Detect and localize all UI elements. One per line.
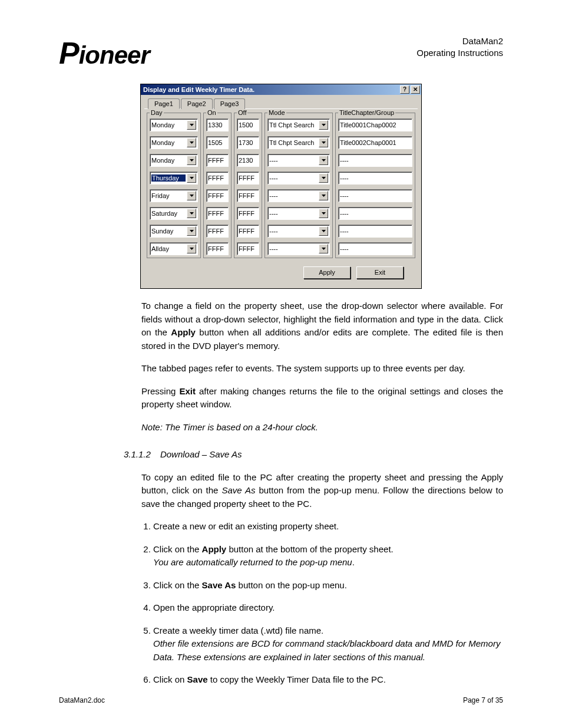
svg-marker-3 — [190, 177, 194, 179]
section-number: 3.1.1.2 — [124, 448, 151, 462]
on-input-2[interactable]: FFFF — [206, 154, 229, 167]
off-input-3[interactable]: FFFF — [237, 172, 259, 185]
chevron-down-icon[interactable] — [187, 120, 196, 130]
step-5: Create a weekly timer data (.wtd) file n… — [153, 624, 503, 664]
chevron-down-icon[interactable] — [319, 120, 328, 130]
day-select-6[interactable]: Sunday — [150, 225, 198, 238]
svg-marker-2 — [190, 159, 194, 162]
exit-button[interactable]: Exit — [356, 266, 404, 279]
on-input-3[interactable]: FFFF — [206, 172, 229, 185]
on-input-7[interactable]: FFFF — [206, 242, 229, 255]
section-heading: 3.1.1.2 Download – Save As — [124, 448, 503, 462]
svg-marker-7 — [190, 248, 194, 250]
columns: Day MondayMondayMondayThursdayFridaySatu… — [144, 109, 418, 258]
tcg-input-7[interactable]: ---- — [338, 242, 412, 255]
timer-dialog: Display and Edit Weekly Timer Data. ? ✕ … — [140, 84, 422, 289]
section-title: Download – Save As — [160, 448, 242, 462]
off-input-2[interactable]: 2130 — [237, 154, 259, 167]
mode-select-7[interactable]: ---- — [267, 242, 330, 255]
svg-marker-10 — [322, 159, 326, 162]
off-input-7[interactable]: FFFF — [237, 242, 259, 255]
titlebar-text: Display and Edit Weekly Timer Data. — [143, 86, 254, 93]
tcg-input-5[interactable]: ---- — [338, 207, 412, 220]
chevron-down-icon[interactable] — [319, 191, 328, 200]
page: Pioneer DataMan2 Operating Instructions … — [0, 0, 562, 728]
col-day-header: Day — [150, 109, 164, 116]
apply-button[interactable]: Apply — [303, 266, 351, 279]
tcg-input-0[interactable]: Title0001Chap0002 — [338, 118, 412, 131]
chevron-down-icon[interactable] — [319, 173, 328, 183]
on-input-5[interactable]: FFFF — [206, 207, 229, 220]
chevron-down-icon[interactable] — [187, 226, 196, 236]
para-1: To change a field on the property sheet,… — [141, 299, 503, 353]
svg-marker-14 — [322, 230, 326, 232]
on-input-1[interactable]: 1505 — [206, 136, 229, 149]
off-input-5[interactable]: FFFF — [237, 207, 259, 220]
mode-select-1[interactable]: Ttl Chpt Search — [267, 136, 330, 149]
day-select-3[interactable]: Thursday — [150, 172, 198, 185]
on-input-0[interactable]: 1330 — [206, 118, 229, 131]
chevron-down-icon[interactable] — [187, 209, 196, 218]
tab-page2[interactable]: Page2 — [181, 98, 213, 109]
tab-page3[interactable]: Page3 — [214, 98, 246, 109]
col-mode: Mode Ttl Chpt SearchTtl Chpt Search-----… — [265, 109, 333, 258]
day-select-0[interactable]: Monday — [150, 118, 198, 131]
doc-title: DataMan2 Operating Instructions — [416, 35, 503, 58]
mode-select-3[interactable]: ---- — [267, 172, 330, 185]
chevron-down-icon[interactable] — [187, 173, 196, 183]
mode-select-4[interactable]: ---- — [267, 189, 330, 202]
col-tcg-header: TitleChapter/Group — [338, 109, 395, 116]
day-select-2[interactable]: Monday — [150, 154, 198, 167]
on-input-4[interactable]: FFFF — [206, 189, 229, 202]
tabs: Page1 Page2 Page3 — [148, 98, 418, 109]
tab-page1[interactable]: Page1 — [148, 98, 180, 109]
tcg-input-4[interactable]: ---- — [338, 189, 412, 202]
col-day: Day MondayMondayMondayThursdayFridaySatu… — [147, 109, 201, 258]
chevron-down-icon[interactable] — [319, 156, 328, 165]
off-input-0[interactable]: 1500 — [237, 118, 259, 131]
chevron-down-icon[interactable] — [187, 138, 196, 147]
chevron-down-icon[interactable] — [319, 244, 328, 253]
para-4: To copy an edited file to the PC after c… — [141, 471, 503, 511]
step-4: Open the appropriate directory. — [153, 601, 503, 615]
chevron-down-icon[interactable] — [187, 191, 196, 200]
svg-marker-15 — [322, 248, 326, 250]
pioneer-logo: Pioneer — [59, 35, 150, 71]
chevron-down-icon[interactable] — [187, 156, 196, 165]
col-off-header: Off — [237, 109, 247, 116]
mode-select-2[interactable]: ---- — [267, 154, 330, 167]
svg-marker-11 — [322, 177, 326, 179]
chevron-down-icon[interactable] — [319, 138, 328, 147]
tcg-input-1[interactable]: Title0002Chap0001 — [338, 136, 412, 149]
para-3: Pressing Exit after making changes retur… — [141, 385, 503, 411]
col-on: On 13301505FFFFFFFFFFFFFFFFFFFFFFFF — [203, 109, 232, 258]
svg-marker-0 — [190, 124, 194, 126]
step-1: Create a new or edit an existing propert… — [153, 520, 503, 533]
mode-select-6[interactable]: ---- — [267, 225, 330, 238]
footer-right: Page 7 of 35 — [463, 696, 503, 704]
day-select-5[interactable]: Saturday — [150, 207, 198, 220]
chevron-down-icon[interactable] — [187, 244, 196, 253]
chevron-down-icon[interactable] — [319, 226, 328, 236]
tcg-input-6[interactable]: ---- — [338, 225, 412, 238]
mode-select-0[interactable]: Ttl Chpt Search — [267, 118, 330, 131]
day-select-4[interactable]: Friday — [150, 189, 198, 202]
step-6: Click on Save to copy the Weekly Timer D… — [153, 673, 503, 687]
off-input-1[interactable]: 1730 — [237, 136, 259, 149]
on-input-6[interactable]: FFFF — [206, 225, 229, 238]
off-input-6[interactable]: FFFF — [237, 225, 259, 238]
tcg-input-2[interactable]: ---- — [338, 154, 412, 167]
close-button[interactable]: ✕ — [411, 85, 420, 94]
dialog-client: Page1 Page2 Page3 Day MondayMondayMonday… — [141, 95, 421, 288]
svg-marker-4 — [190, 195, 194, 197]
titlebar: Display and Edit Weekly Timer Data. ? ✕ — [141, 84, 421, 95]
chevron-down-icon[interactable] — [319, 209, 328, 218]
day-select-1[interactable]: Monday — [150, 136, 198, 149]
svg-marker-1 — [190, 141, 194, 144]
mode-select-5[interactable]: ---- — [267, 207, 330, 220]
off-input-4[interactable]: FFFF — [237, 189, 259, 202]
col-off: Off 150017302130FFFFFFFFFFFFFFFFFFFF — [234, 109, 262, 258]
help-button[interactable]: ? — [400, 85, 409, 94]
day-select-7[interactable]: Allday — [150, 242, 198, 255]
tcg-input-3[interactable]: ---- — [338, 172, 412, 185]
